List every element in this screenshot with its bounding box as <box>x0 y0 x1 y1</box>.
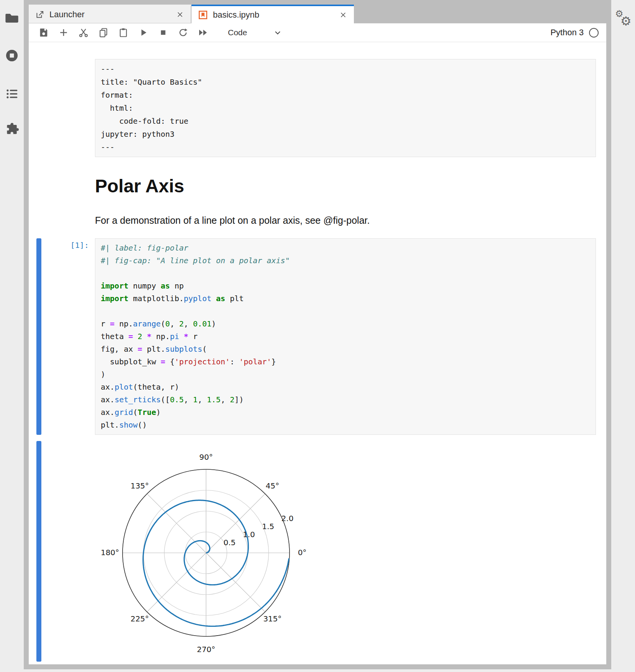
tab-launcher-label: Launcher <box>49 10 175 20</box>
interrupt-kernel-button[interactable] <box>157 27 169 38</box>
code-cell-editor[interactable]: #| label: fig-polar#| fig-cap: "A line p… <box>95 238 596 435</box>
file-browser-icon[interactable] <box>5 11 19 25</box>
close-icon[interactable] <box>339 10 348 20</box>
tab-basics-label: basics.ipynb <box>213 10 339 20</box>
chevron-down-icon <box>273 28 282 37</box>
cut-cells-button[interactable] <box>78 27 89 38</box>
svg-text:2.0: 2.0 <box>281 514 294 523</box>
svg-text:315°: 315° <box>263 614 281 623</box>
svg-text:135°: 135° <box>131 481 149 490</box>
extension-manager-icon[interactable] <box>5 122 19 136</box>
svg-text:225°: 225° <box>131 614 149 623</box>
output-cell: 0°45°90°135°180°225°270°315°0.51.01.52.0 <box>36 441 606 662</box>
svg-text:1.0: 1.0 <box>243 530 255 539</box>
paste-cells-button[interactable] <box>118 27 129 38</box>
notebook-icon <box>198 10 208 20</box>
restart-kernel-button[interactable] <box>177 27 189 38</box>
external-link-icon <box>35 10 45 20</box>
restart-run-all-button[interactable] <box>197 27 209 38</box>
cell-prompt <box>41 59 95 157</box>
execution-count: [1]: <box>41 238 95 435</box>
code-cell: [1]: #| label: fig-polar#| fig-cap: "A l… <box>36 238 606 435</box>
cell-prompt <box>41 157 95 227</box>
cell-collapser[interactable] <box>36 157 41 227</box>
polar-plot-output: 0°45°90°135°180°225°270°315°0.51.01.52.0 <box>95 443 325 662</box>
running-kernels-icon[interactable] <box>5 48 19 63</box>
run-cell-button[interactable] <box>137 27 149 38</box>
tab-launcher[interactable]: Launcher <box>29 5 191 23</box>
cell-collapser[interactable] <box>36 59 41 157</box>
cell-type-label: Code <box>228 28 247 37</box>
dock-tab-bar: Launcher basics.ipynb <box>29 5 606 23</box>
window-frame: Launcher basics.ipynb <box>24 0 611 669</box>
svg-text:270°: 270° <box>197 645 215 654</box>
raw-cell: ---title: "Quarto Basics"format: html: c… <box>36 59 606 157</box>
close-icon[interactable] <box>175 10 185 19</box>
markdown-paragraph: For a demonstration of a line plot on a … <box>95 214 596 227</box>
right-rail: ⚙ ⚙ <box>611 0 635 672</box>
cell-collapser[interactable] <box>36 441 41 662</box>
settings-gears-icon[interactable]: ⚙ ⚙ <box>614 8 632 28</box>
activity-bar <box>0 0 24 672</box>
svg-text:45°: 45° <box>266 481 279 490</box>
output-prompt <box>41 441 95 662</box>
svg-text:0°: 0° <box>298 548 307 557</box>
tab-basics-ipynb[interactable]: basics.ipynb <box>191 5 354 23</box>
markdown-cell: Polar Axis For a demonstration of a line… <box>36 157 606 227</box>
insert-cell-button[interactable] <box>58 27 69 38</box>
notebook-panel: Launcher basics.ipynb <box>29 5 606 664</box>
raw-cell-editor[interactable]: ---title: "Quarto Basics"format: html: c… <box>95 59 596 157</box>
svg-text:0.5: 0.5 <box>224 538 236 547</box>
notebook-toolbar: Code Python 3 <box>29 23 606 42</box>
save-button[interactable] <box>38 27 49 38</box>
svg-text:90°: 90° <box>199 452 213 462</box>
svg-text:180°: 180° <box>101 548 119 557</box>
cell-type-dropdown[interactable]: Code <box>228 28 282 37</box>
kernel-status-icon[interactable] <box>589 28 599 38</box>
copy-cells-button[interactable] <box>98 27 109 38</box>
svg-text:1.5: 1.5 <box>262 522 274 531</box>
cell-collapser[interactable] <box>36 238 41 435</box>
table-of-contents-icon[interactable] <box>5 87 19 101</box>
kernel-indicator: Python 3 <box>550 28 599 38</box>
page-title: Polar Axis <box>95 175 596 197</box>
kernel-name: Python 3 <box>550 28 584 38</box>
notebook-content: ---title: "Quarto Basics"format: html: c… <box>29 42 606 664</box>
